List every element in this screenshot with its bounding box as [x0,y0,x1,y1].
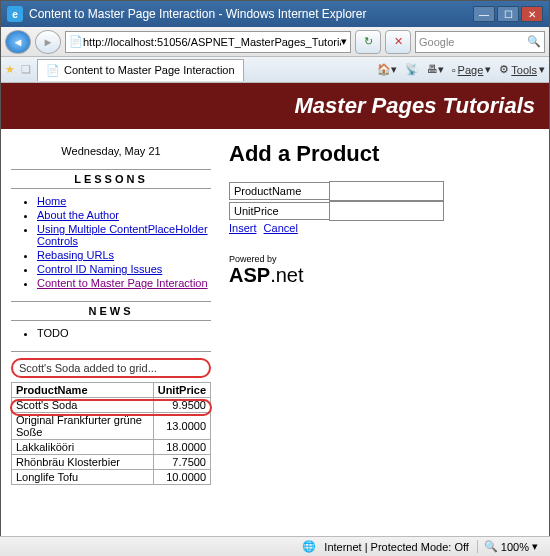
tools-menu[interactable]: ⚙ Tools ▾ [499,63,545,76]
col-name: ProductName [12,383,154,398]
table-row: Rhönbräu Klosterbier7.7500 [12,455,211,470]
page-title: Add a Product [229,141,539,167]
globe-icon: 🌐 [302,540,316,553]
lessons-list: Home About the Author Using Multiple Con… [11,195,211,289]
powered-by: Powered by ASP.net [229,254,539,287]
productname-label: ProductName [229,182,329,200]
list-item: Rebasing URLs [37,249,211,261]
header-title: Master Pages Tutorials [295,93,535,118]
col-price: UnitPrice [153,383,210,398]
refresh-button[interactable]: ↻ [355,30,381,54]
url-input[interactable] [83,36,341,48]
security-zone: Internet | Protected Mode: Off [324,541,469,553]
sidebar: Wednesday, May 21 LESSONS Home About the… [11,137,211,485]
lesson-link[interactable]: Home [37,195,66,207]
lesson-link[interactable]: Rebasing URLs [37,249,114,261]
search-icon[interactable]: 🔍 [527,35,541,48]
list-item: Home [37,195,211,207]
list-item: Content to Master Page Interaction [37,277,211,289]
page-icon: 📄 [69,35,83,48]
home-icon[interactable]: 🏠▾ [377,63,397,76]
maximize-button[interactable]: ☐ [497,6,519,22]
table-header-row: ProductName UnitPrice [12,383,211,398]
browser-tab[interactable]: 📄 Content to Master Page Interaction [37,59,244,81]
back-button[interactable]: ◄ [5,30,31,54]
lesson-link[interactable]: About the Author [37,209,119,221]
ie-icon: e [7,6,23,22]
zoom-control[interactable]: 🔍 100% ▾ [477,540,544,553]
close-button[interactable]: ✕ [521,6,543,22]
window-titlebar: e Content to Master Page Interaction - W… [1,1,549,27]
table-row: Scott's Soda9.9500 [12,398,211,413]
search-text: Google [419,36,527,48]
insert-link[interactable]: Insert [229,222,257,234]
zoom-level: 100% [501,541,529,553]
window-title: Content to Master Page Interaction - Win… [29,7,367,21]
lessons-heading: LESSONS [11,169,211,189]
page-header: Master Pages Tutorials [1,83,549,129]
status-bar: 🌐 Internet | Protected Mode: Off 🔍 100% … [0,536,550,556]
date-label: Wednesday, May 21 [11,145,211,157]
tab-label: Content to Master Page Interaction [64,64,235,76]
tab-bar: ★ ❏ 📄 Content to Master Page Interaction… [1,57,549,83]
tab-icon: 📄 [46,64,60,77]
minimize-button[interactable]: — [473,6,495,22]
search-box[interactable]: Google 🔍 [415,31,545,53]
feed-icon[interactable]: 📡 [405,63,419,76]
address-bar[interactable]: 📄 ▾ [65,31,351,53]
table-row: Original Frankfurter grüne Soße13.0000 [12,413,211,440]
unitprice-label: UnitPrice [229,202,329,220]
status-message: Scott's Soda added to grid... [11,358,211,378]
print-icon[interactable]: 🖶▾ [427,63,444,76]
list-item: Control ID Naming Issues [37,263,211,275]
zoom-icon: 🔍 [484,540,498,553]
forward-button[interactable]: ► [35,30,61,54]
lesson-link[interactable]: Using Multiple ContentPlaceHolder Contro… [37,223,208,247]
table-row: Longlife Tofu10.0000 [12,470,211,485]
productname-input[interactable] [329,181,444,201]
products-grid: ProductName UnitPrice Scott's Soda9.9500… [11,382,211,485]
stop-button[interactable]: ✕ [385,30,411,54]
list-item: Using Multiple ContentPlaceHolder Contro… [37,223,211,247]
lesson-link[interactable]: Content to Master Page Interaction [37,277,208,289]
list-item: About the Author [37,209,211,221]
nav-toolbar: ◄ ► 📄 ▾ ↻ ✕ Google 🔍 [1,27,549,57]
news-list: TODO [11,327,211,339]
news-heading: NEWS [11,301,211,321]
page-menu[interactable]: ▫ Page ▾ [452,63,492,76]
table-row: Lakkalikööri18.0000 [12,440,211,455]
dropdown-icon[interactable]: ▾ [341,35,347,48]
unitprice-input[interactable] [329,201,444,221]
feeds-icon[interactable]: ❏ [21,63,31,76]
cancel-link[interactable]: Cancel [264,222,298,234]
list-item: TODO [37,327,211,339]
lesson-link[interactable]: Control ID Naming Issues [37,263,162,275]
favorites-icon[interactable]: ★ [5,63,15,76]
main-content: Add a Product ProductName UnitPrice Inse… [229,137,539,485]
